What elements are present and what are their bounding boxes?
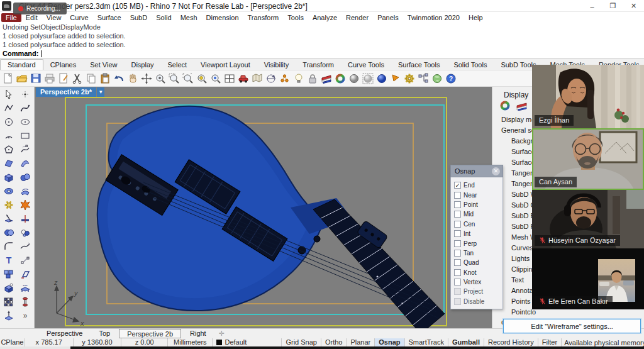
toolbar-tab-transform[interactable]: Transform [296,60,341,70]
checkbox-point[interactable] [454,201,461,208]
checkbox-disable[interactable] [454,298,461,305]
paste-icon[interactable] [101,74,109,83]
move-view-icon[interactable] [141,73,152,84]
menu-item-mesh[interactable]: Mesh [176,13,202,22]
surface-icon[interactable] [5,160,13,167]
checkbox-quad[interactable] [454,259,461,266]
status-toggle-planar[interactable]: Planar [347,338,375,346]
new-document-icon[interactable] [4,74,11,83]
viewport-tab-right[interactable]: Right [182,329,214,338]
car-icon[interactable] [239,75,248,83]
undo-icon[interactable] [114,75,123,81]
copy-icon[interactable] [87,74,95,83]
curved-surface-icon[interactable] [21,161,29,167]
selection-filter-icon[interactable] [392,75,399,81]
status-toggle-grid-snap[interactable]: Grid Snap [282,338,321,346]
command-input-line[interactable]: Command: [0,49,644,58]
layers-cake-icon[interactable] [322,75,331,84]
save-icon[interactable] [31,74,40,82]
menu-item-render[interactable]: Render [341,13,373,22]
ellipse-icon[interactable] [21,119,30,125]
participant-video-efe[interactable]: Efe Eren Can Bakır [532,248,644,309]
pan-hand-icon[interactable] [130,74,136,82]
menu-item-curve[interactable]: Curve [65,13,92,22]
restore-icon[interactable]: ❐ [602,0,623,12]
extrude-icon[interactable] [5,311,13,320]
status-toggle-smarttrack[interactable]: SmartTrack [405,338,448,346]
spheres-icon[interactable] [21,174,30,181]
status-toggle-record-history[interactable]: Record History [484,338,538,346]
color-wheel-icon[interactable] [500,101,510,111]
menu-item-panels[interactable]: Panels [373,13,403,22]
box-icon[interactable] [5,174,13,182]
open-folder-icon[interactable] [17,75,27,82]
toolbar-tab-cplanes[interactable]: CPlanes [43,60,84,70]
expand-chevrons-icon[interactable]: » [23,311,28,320]
globe-icon[interactable] [433,75,441,83]
viewport-tab-perspective-2b[interactable]: Perspective 2b [119,329,181,338]
perspective-viewport[interactable]: z y x Perspective 2b* ▾ [35,87,492,328]
toolbar-tab-surface-tools[interactable]: Surface Tools [391,60,447,70]
toolbar-tab-viewport-layout[interactable]: Viewport Layout [194,60,257,70]
status-toggle-osnap[interactable]: Osnap [375,338,404,346]
ghosted-sphere-icon[interactable] [363,74,373,84]
toolbar-tab-standard[interactable]: Standard [0,59,43,70]
rectangle-icon[interactable] [21,133,29,138]
checkbox-mid[interactable] [454,211,461,218]
minimize-icon[interactable]: – [582,0,602,12]
help-icon[interactable]: ? [447,74,455,83]
polygon-icon[interactable] [5,146,13,153]
lock-icon[interactable] [309,75,316,83]
toolbar-tab-curve-tools[interactable]: Curve Tools [341,60,391,70]
zoom-target-icon[interactable] [198,75,206,83]
toolbar-tab-select[interactable]: Select [161,60,194,70]
point-edit-icon[interactable] [21,257,29,263]
status-toggle-gumball[interactable]: Gumball [448,338,484,346]
fillet-icon[interactable] [5,243,13,250]
menu-item-analyze[interactable]: Analyze [308,13,341,22]
polyline-icon[interactable] [5,105,13,111]
boolean-union-icon[interactable] [5,230,14,236]
rendered-sphere-icon[interactable] [378,75,386,83]
map-icon[interactable] [253,74,262,82]
toolbar-tab-visibility[interactable]: Visibility [257,60,296,70]
cursor-arrow-icon[interactable] [6,90,11,99]
participant-video-huseyin[interactable]: Hüseyin Can Özyaşar [532,190,644,248]
checkbox-vertex[interactable] [454,279,461,285]
status-cell-units[interactable]: Millimeters [168,338,213,346]
cut-icon[interactable] [73,74,81,84]
status-toggle-filter[interactable]: Filter [538,338,562,346]
rotate-cplane-icon[interactable] [267,75,275,82]
layers-cake-icon[interactable] [516,101,528,111]
menu-item-tools[interactable]: Tools [283,13,308,22]
trim-icon[interactable] [5,214,13,222]
join-icon[interactable] [5,201,13,208]
participant-video-ezgi[interactable]: Ezgi İlhan [532,65,644,128]
status-cell-layer[interactable]: Default [213,338,282,346]
checkbox-cen[interactable] [454,221,461,228]
checkbox-project[interactable] [454,288,461,295]
taskbar-strip[interactable] [70,346,644,349]
menu-item-surface[interactable]: Surface [93,13,126,22]
checkbox-int[interactable] [454,230,461,237]
close-icon[interactable]: ✕ [623,0,644,12]
blocks-icon[interactable] [4,270,13,278]
new-viewport-icon[interactable]: ✛ [215,330,225,338]
arc-icon[interactable] [6,136,12,138]
checkbox-end[interactable]: ✓ [454,182,461,189]
toolbar-tab-display[interactable]: Display [124,60,160,70]
guitar-3d-model[interactable] [97,106,445,328]
zoom-selected-icon[interactable] [183,74,192,83]
point-icon[interactable] [22,91,28,97]
handle-curve-icon[interactable] [21,145,29,152]
toolbar-tab-set-view[interactable]: Set View [83,60,124,70]
viewport-title[interactable]: Perspective 2b* [36,87,96,97]
solid-tools-icon[interactable] [5,284,13,292]
export-page-icon[interactable] [60,74,67,83]
pipe-icon[interactable] [23,297,27,306]
checkbox-knot[interactable] [454,269,461,276]
viewport-menu-chevron-icon[interactable]: ▾ [97,87,105,97]
viewport-tab-top[interactable]: Top [91,329,118,338]
shear-icon[interactable] [21,272,29,278]
participant-video-can[interactable]: Can Aysan [532,128,644,190]
